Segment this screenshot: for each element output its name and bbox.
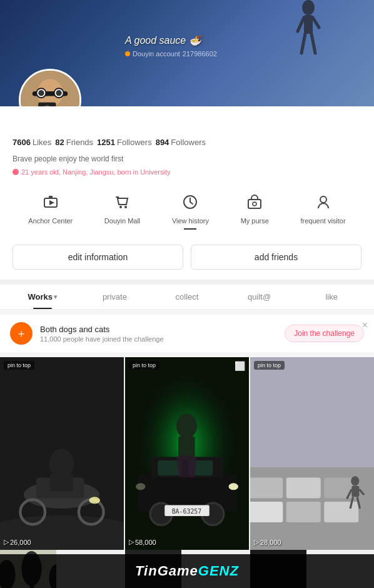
followers-count: 1251 [97, 138, 115, 147]
add-friends-button[interactable]: add friends [191, 245, 361, 270]
svg-point-35 [89, 497, 100, 504]
join-challenge-button[interactable]: Join the challenge [285, 325, 364, 342]
followers-label: Followers [117, 138, 152, 147]
anchor-center-label: Anchor Center [28, 217, 73, 225]
challenge-banner: ＋ Both dogs and cats 11,000 people have … [0, 315, 374, 352]
stat-likes: 7606 Likes [13, 138, 51, 147]
challenge-subtitle: 11,000 people have joined the challenge [40, 335, 277, 343]
tabs-section: Works ▾ private collect quilt@ like [0, 280, 374, 310]
play-icon-3: ▷ [254, 538, 259, 546]
svg-point-21 [119, 206, 122, 208]
video-views-2: ▷ 58,000 [129, 538, 156, 546]
svg-marker-19 [49, 200, 54, 205]
svg-point-44 [229, 483, 238, 490]
action-my-purse[interactable]: My purse [241, 191, 269, 230]
tab-collect-label: collect [176, 292, 199, 302]
douyin-mall-label: Douyin Mall [104, 217, 140, 225]
tab-quilt-label: quilt@ [248, 292, 271, 302]
action-frequent-visitor[interactable]: frequent visitor [301, 191, 346, 230]
svg-point-25 [253, 202, 256, 206]
stat-followers: 1251 Followers [97, 138, 152, 147]
svg-line-5 [311, 34, 315, 53]
tab-quilt[interactable]: quilt@ [223, 285, 296, 309]
edit-information-button[interactable]: edit information [13, 245, 183, 270]
cover-account-id: 217986602 [183, 50, 217, 58]
account-dot [125, 51, 130, 56]
close-icon[interactable]: × [362, 320, 368, 331]
tab-like[interactable]: like [295, 285, 368, 309]
challenge-icon: ＋ [10, 322, 33, 345]
svg-rect-53 [250, 478, 283, 499]
watermark: TinGameGENZ [0, 554, 374, 588]
friends-count: 82 [55, 138, 64, 147]
svg-text:BA-63257: BA-63257 [172, 508, 202, 515]
video-thumb-1 [0, 357, 124, 550]
svg-rect-57 [286, 502, 321, 522]
likes-label: Likes [33, 138, 51, 147]
svg-rect-54 [286, 478, 321, 499]
quick-actions: Anchor Center Douyin Mall View histo [13, 186, 361, 235]
watermark-highlight: GENZ [198, 563, 239, 579]
likes-count: 7606 [13, 138, 31, 147]
svg-line-2 [298, 18, 304, 31]
svg-rect-24 [248, 200, 261, 208]
svg-point-26 [320, 196, 326, 203]
watermark-prefix: TinGame [135, 563, 198, 579]
cover-account-label: Douyin account [133, 50, 180, 58]
video-item-2[interactable]: BA-63257 pin to top ⬜ ▷ 58,000 [125, 357, 249, 550]
avatar-wrapper [19, 69, 81, 106]
tab-collect[interactable]: collect [151, 285, 223, 309]
pin-badge-1: pin to top [4, 361, 34, 370]
video-item-1[interactable]: pin to top ▷ 26,000 [0, 357, 124, 550]
svg-point-48 [176, 413, 197, 438]
bio-link[interactable]: 21 years old, Nanjing, Jiangsu, born in … [13, 168, 361, 176]
action-douyin-mall[interactable]: Douyin Mall [104, 191, 140, 230]
pin-badge-2: pin to top [129, 361, 159, 370]
avatar-image [21, 69, 79, 106]
view-history-icon [179, 191, 201, 213]
chevron-down-icon: ▾ [54, 293, 57, 300]
following-count: 894 [156, 138, 169, 147]
action-view-history[interactable]: View history [172, 191, 209, 230]
challenge-info: Both dogs and cats 11,000 people have jo… [40, 325, 277, 343]
svg-rect-34 [50, 474, 73, 492]
video-thumb-2: BA-63257 [125, 357, 249, 550]
multi-icon: ⬜ [235, 361, 245, 371]
svg-point-11 [38, 90, 44, 96]
video-thumb-3 [250, 357, 374, 550]
bio-text: Brave people enjoy the world first [13, 155, 361, 163]
video-item-3[interactable]: pin to top ▷ 28,000 [250, 357, 374, 550]
svg-point-59 [351, 476, 359, 485]
pin-badge-3: pin to top [254, 361, 285, 370]
svg-rect-51 [250, 357, 374, 467]
tab-private-label: private [103, 292, 127, 302]
svg-point-45 [136, 483, 145, 490]
video-views-3: ▷ 28,000 [254, 538, 281, 546]
profile-section: 7606 Likes 82 Friends 1251 Followers 894… [0, 106, 374, 280]
cover-section: A good sauce 🍜 Douyin account 217986602 [0, 0, 374, 106]
plus-icon: ＋ [16, 326, 27, 341]
douyin-mall-icon [111, 191, 134, 213]
svg-rect-60 [351, 486, 359, 497]
svg-point-22 [124, 206, 127, 208]
cover-figure [293, 0, 324, 56]
challenge-title: Both dogs and cats [40, 325, 277, 334]
bio-link-text: 21 years old, Nanjing, Jiangsu, born in … [21, 168, 170, 176]
stat-friends: 82 Friends [55, 138, 93, 147]
avatar [21, 71, 79, 106]
video-grid: pin to top ▷ 26,000 [0, 357, 374, 550]
tab-works[interactable]: Works ▾ [6, 285, 79, 309]
frequent-visitor-icon [312, 191, 335, 213]
svg-point-0 [302, 0, 315, 15]
stat-following: 894 Followers [156, 138, 206, 147]
following-label: Followers [171, 138, 206, 147]
svg-rect-58 [324, 502, 358, 522]
play-icon: ▷ [4, 538, 9, 546]
tab-like-label: like [325, 292, 338, 302]
tab-private[interactable]: private [79, 285, 151, 309]
play-icon-2: ▷ [129, 538, 134, 546]
action-anchor-center[interactable]: Anchor Center [28, 191, 73, 230]
svg-point-12 [56, 90, 61, 96]
cover-account: Douyin account 217986602 [125, 50, 217, 58]
my-purse-label: My purse [241, 217, 269, 225]
